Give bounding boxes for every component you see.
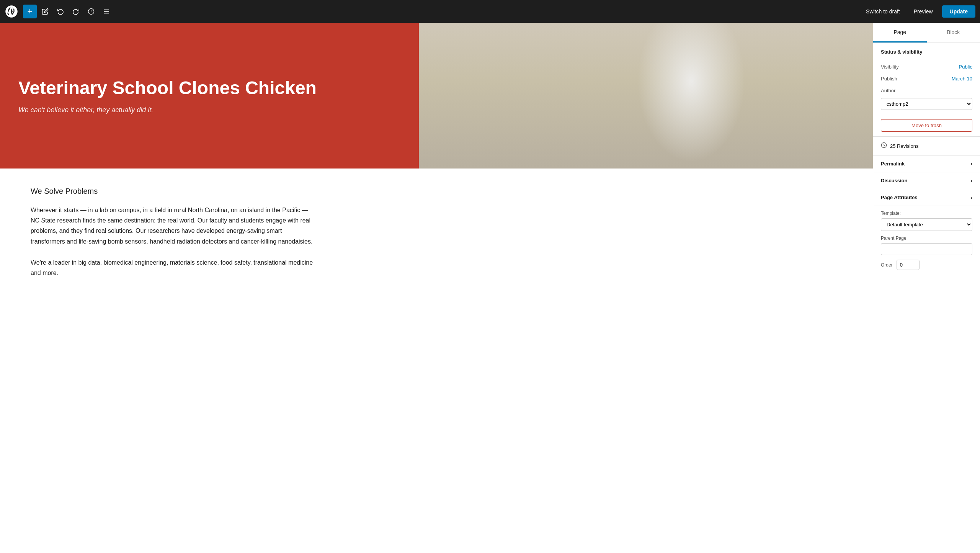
hero-section: Veterinary School Clones Chicken We can'…	[0, 23, 873, 169]
publish-row: Publish March 10	[873, 73, 980, 85]
visibility-value[interactable]: Public	[959, 64, 972, 70]
author-select[interactable]: csthomp2	[881, 98, 972, 110]
wordpress-logo[interactable]	[5, 5, 18, 18]
discussion-row[interactable]: Discussion ›	[873, 172, 980, 189]
redo-button[interactable]	[69, 5, 83, 18]
content-body-paragraph2: We're a leader in big data, biomedical e…	[31, 257, 314, 278]
status-visibility-section: Status & visibility Visibility Public Pu…	[873, 43, 980, 137]
tab-page[interactable]: Page	[873, 23, 927, 43]
permalink-row[interactable]: Permalink ›	[873, 155, 980, 172]
order-label: Order	[881, 262, 893, 268]
add-block-button[interactable]: +	[23, 5, 37, 18]
parent-page-label: Parent Page:	[881, 236, 972, 241]
revisions-icon	[881, 142, 887, 150]
vet-figure-overlay	[419, 23, 873, 169]
template-select[interactable]: Default template	[881, 218, 972, 231]
hero-title: Veterinary School Clones Chicken	[18, 77, 400, 98]
page-attributes-chevron: ›	[971, 195, 972, 200]
parent-page-input[interactable]	[881, 243, 972, 255]
template-label: Template:	[881, 211, 972, 216]
template-section: Template: Default template Parent Page: …	[873, 206, 980, 275]
page-attributes-row[interactable]: Page Attributes ›	[873, 189, 980, 206]
order-input[interactable]	[897, 260, 920, 270]
sidebar-tabs: Page Block	[873, 23, 980, 43]
permalink-chevron: ›	[971, 161, 972, 167]
page-attributes-label: Page Attributes	[881, 195, 918, 200]
preview-button[interactable]: Preview	[909, 6, 938, 17]
revisions-row[interactable]: 25 Revisions	[873, 137, 980, 155]
toolbar-right: Switch to draft Preview Update	[861, 5, 975, 18]
revisions-label: 25 Revisions	[890, 143, 918, 149]
main-layout: Veterinary School Clones Chicken We can'…	[0, 23, 980, 553]
edit-mode-button[interactable]	[38, 5, 52, 18]
update-button[interactable]: Update	[942, 5, 975, 18]
sidebar-panel: Page Block Status & visibility Visibilit…	[873, 23, 980, 553]
discussion-chevron: ›	[971, 178, 972, 183]
tab-block[interactable]: Block	[927, 23, 980, 43]
discussion-label: Discussion	[881, 178, 907, 183]
toolbar: + Switch to draft	[0, 0, 980, 23]
hero-left-panel: Veterinary School Clones Chicken We can'…	[0, 23, 419, 169]
status-visibility-header[interactable]: Status & visibility	[873, 43, 980, 61]
details-button[interactable]	[84, 5, 98, 18]
block-navigation-button[interactable]	[100, 5, 113, 18]
move-to-trash-button[interactable]: Move to trash	[881, 119, 972, 132]
publish-value[interactable]: March 10	[952, 76, 972, 82]
content-area: We Solve Problems Wherever it starts — i…	[0, 169, 345, 307]
order-row: Order	[881, 260, 972, 270]
author-row: Author	[873, 85, 980, 97]
visibility-row: Visibility Public	[873, 61, 980, 73]
editor-area: Veterinary School Clones Chicken We can'…	[0, 23, 873, 553]
content-body-paragraph1: Wherever it starts — in a lab on campus,…	[31, 205, 314, 247]
hero-right-panel	[419, 23, 873, 169]
hero-image	[419, 23, 873, 169]
hero-subtitle: We can't believe it either, they actuall…	[18, 106, 400, 114]
content-section-title: We Solve Problems	[31, 187, 314, 196]
switch-to-draft-button[interactable]: Switch to draft	[861, 6, 905, 17]
undo-button[interactable]	[54, 5, 67, 18]
author-label: Author	[881, 88, 895, 93]
publish-label: Publish	[881, 76, 897, 82]
permalink-label: Permalink	[881, 161, 905, 167]
visibility-label: Visibility	[881, 64, 899, 70]
